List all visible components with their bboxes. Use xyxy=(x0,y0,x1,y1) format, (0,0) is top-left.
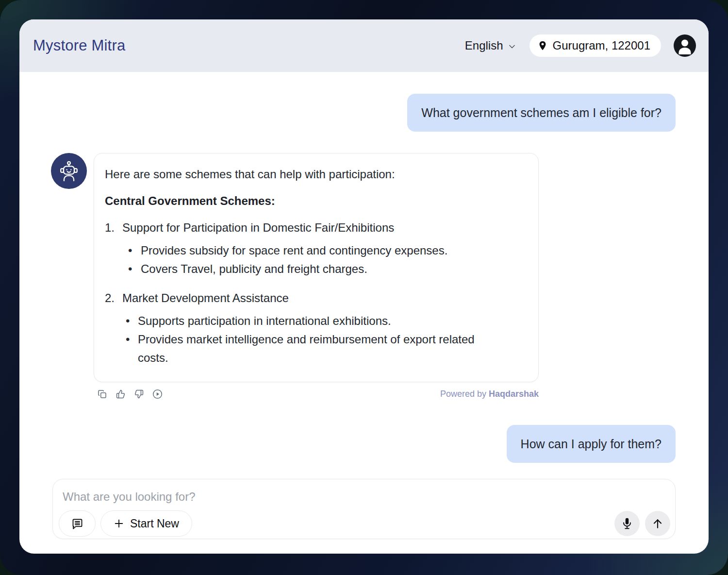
chat-area: What government schemes am I eligible fo… xyxy=(19,72,709,463)
send-button[interactable] xyxy=(645,511,670,536)
send-arrow-icon xyxy=(651,517,664,530)
message-actions xyxy=(97,389,163,400)
header-right: English Gurugram, 122001 xyxy=(465,34,696,57)
thumbs-down-button[interactable] xyxy=(133,389,144,400)
user-message-row: How can I apply for them? xyxy=(51,425,676,463)
scheme-title: Market Development Assistance xyxy=(122,290,524,306)
scheme-bullets: Provides subsidy for space rent and cont… xyxy=(122,241,524,278)
play-audio-icon xyxy=(152,389,163,399)
profile-avatar-button[interactable] xyxy=(674,34,696,57)
bot-message-row: Here are some schemes that can help with… xyxy=(51,153,676,400)
composer-toolbar: Start New xyxy=(59,510,670,537)
scheme-bullet: Provides market intelligence and reimbur… xyxy=(122,330,482,367)
user-avatar-icon xyxy=(674,34,696,57)
scheme-number: 2. xyxy=(105,290,122,367)
location-pill[interactable]: Gurugram, 122001 xyxy=(529,34,661,57)
bot-intro-text: Here are some schemes that can help with… xyxy=(105,166,524,183)
composer-left-tools: Start New xyxy=(59,510,192,537)
chat-history-button[interactable] xyxy=(59,510,96,537)
user-message-bubble: What government schemes am I eligible fo… xyxy=(407,94,676,132)
scheme-bullet: Supports participation in international … xyxy=(122,312,482,330)
scheme-number: 1. xyxy=(105,220,122,278)
location-pin-icon xyxy=(537,40,548,51)
bot-message-card: Here are some schemes that can help with… xyxy=(94,153,539,382)
chat-history-icon xyxy=(71,517,84,530)
scheme-bullet: Covers Travel, publicity and freight cha… xyxy=(122,260,482,278)
scheme-body: Market Development Assistance Supports p… xyxy=(122,290,524,367)
bot-message-meta-row: Powered by Haqdarshak xyxy=(94,389,539,400)
composer-right-tools xyxy=(614,511,670,536)
app-window: Mystore Mitra English Gurugram, 122001 xyxy=(19,19,709,554)
scheme-body: Support for Participation in Domestic Fa… xyxy=(122,220,524,278)
message-input[interactable] xyxy=(59,490,670,504)
thumbs-up-icon xyxy=(116,389,125,399)
scheme-title: Support for Participation in Domestic Fa… xyxy=(122,220,524,236)
mic-button[interactable] xyxy=(614,511,640,536)
scheme-bullet: Provides subsidy for space rent and cont… xyxy=(122,241,482,260)
location-label: Gurugram, 122001 xyxy=(553,39,650,52)
chevron-down-icon xyxy=(507,42,517,51)
copy-button[interactable] xyxy=(97,389,107,400)
powered-by: Powered by Haqdarshak xyxy=(440,389,539,399)
copy-icon xyxy=(98,389,107,399)
composer: Start New xyxy=(52,479,676,539)
page-title: Mystore Mitra xyxy=(33,37,125,54)
powered-by-brand: Haqdarshak xyxy=(489,389,539,399)
play-audio-button[interactable] xyxy=(152,389,163,400)
start-new-label: Start New xyxy=(130,517,179,530)
powered-by-prefix: Powered by xyxy=(440,389,489,399)
thumbs-down-icon xyxy=(134,389,144,399)
scheme-item: 1. Support for Participation in Domestic… xyxy=(105,220,524,278)
header: Mystore Mitra English Gurugram, 122001 xyxy=(19,19,709,72)
scheme-bullets: Supports participation in international … xyxy=(122,312,524,367)
bot-avatar xyxy=(51,153,87,189)
user-message-row: What government schemes am I eligible fo… xyxy=(51,94,676,132)
plus-icon xyxy=(114,518,124,529)
robot-icon xyxy=(58,160,80,182)
page-background: Mystore Mitra English Gurugram, 122001 xyxy=(0,0,728,575)
scheme-item: 2. Market Development Assistance Support… xyxy=(105,290,524,367)
bot-section-heading: Central Government Schemes: xyxy=(105,193,524,209)
thumbs-up-button[interactable] xyxy=(115,389,126,400)
user-message-bubble: How can I apply for them? xyxy=(507,425,676,463)
mic-icon xyxy=(621,517,633,530)
language-select[interactable]: English xyxy=(465,39,517,52)
start-new-button[interactable]: Start New xyxy=(100,510,192,537)
bot-message-column: Here are some schemes that can help with… xyxy=(94,153,539,400)
language-label: English xyxy=(465,39,503,52)
